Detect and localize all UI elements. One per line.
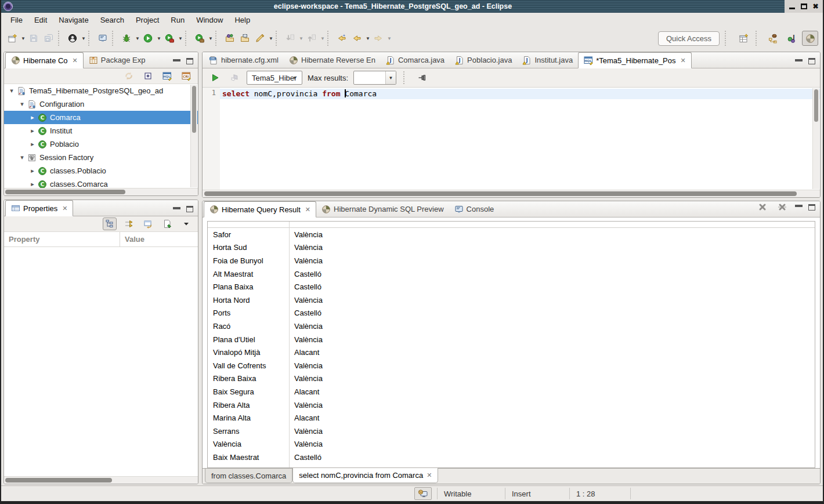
result-row-baix-maestrat[interactable]: Baix MaestratCastelló bbox=[208, 451, 815, 464]
close-tab-icon[interactable]: ✕ bbox=[73, 57, 78, 64]
new-property-button[interactable] bbox=[160, 217, 174, 230]
remove-all-button[interactable] bbox=[775, 201, 789, 213]
view-tab-package-exp[interactable]: Package Exp bbox=[84, 52, 151, 68]
menu-file[interactable]: File bbox=[5, 14, 28, 26]
tree-item-classes-poblacio[interactable]: ▸Cclasses.Poblacio bbox=[4, 164, 198, 177]
result-row-rac[interactable]: RacóValència bbox=[208, 320, 815, 333]
expand-arrow-icon[interactable]: ▸ bbox=[28, 140, 37, 148]
result-row-plana-baixa[interactable]: Plana BaixaCastelló bbox=[208, 280, 815, 293]
tree-item-comarca[interactable]: ▸CComarca bbox=[4, 111, 198, 124]
run-button[interactable] bbox=[140, 31, 156, 46]
quick-access-button[interactable]: Quick Access bbox=[658, 31, 720, 46]
query-subtab-from-classes-comarca[interactable]: from classes.Comarca bbox=[205, 469, 292, 483]
javaee-perspective-button[interactable]: J bbox=[783, 31, 800, 46]
last-edit-location-button[interactable] bbox=[334, 31, 349, 46]
tree-vertical-scrollbar[interactable] bbox=[190, 85, 197, 187]
external-tools-button[interactable] bbox=[192, 31, 207, 46]
view-tab-hibernate-dynamic-sql-preview[interactable]: Hibernate Dynamic SQL Preview bbox=[316, 201, 449, 217]
open-perspective-button[interactable] bbox=[735, 31, 751, 46]
result-row-marina-alta[interactable]: Marina AltaAlacant bbox=[208, 411, 815, 425]
view-menu-button[interactable] bbox=[179, 217, 193, 230]
max-results-combo[interactable]: ▼ bbox=[353, 71, 396, 85]
editor-tab-hibernate-reverse-en[interactable]: Hibernate Reverse En bbox=[284, 52, 381, 68]
hql-code-editor[interactable]: 1 select nomC,provincia from Comarca bbox=[203, 88, 820, 190]
tree-item-poblacio[interactable]: ▸CPoblacio bbox=[4, 137, 198, 151]
chevron-down-icon[interactable]: ▼ bbox=[268, 36, 274, 41]
open-task-button[interactable] bbox=[237, 31, 252, 46]
expand-arrow-icon[interactable]: ▸ bbox=[28, 167, 37, 175]
view-tab-console[interactable]: Console bbox=[449, 201, 500, 217]
result-row-horta-nord[interactable]: Horta NordValència bbox=[208, 293, 815, 307]
menu-window[interactable]: Window bbox=[190, 14, 229, 26]
result-row-alt-maestrat[interactable]: Alt MaestratCastelló bbox=[208, 267, 815, 281]
result-row-ribera-alta[interactable]: Ribera AltaValència bbox=[208, 398, 815, 412]
hibernate-status-button[interactable] bbox=[414, 487, 432, 500]
tree-item-session-factory[interactable]: ▾Session Factory bbox=[4, 151, 198, 164]
expand-arrow-icon[interactable]: ▸ bbox=[28, 180, 37, 188]
chevron-down-icon[interactable]: ▼ bbox=[365, 36, 371, 41]
editor-tab-institut-java[interactable]: JInstitut.java bbox=[517, 52, 578, 68]
chevron-down-icon[interactable]: ▼ bbox=[178, 36, 183, 41]
minimize-window-button[interactable] bbox=[787, 2, 797, 10]
profile-button[interactable] bbox=[162, 31, 177, 46]
chevron-down-icon[interactable]: ▼ bbox=[20, 36, 26, 41]
query-subtab-select-nomc-provincia-from-comarca[interactable]: select nomC,provincia from Comarca✕ bbox=[292, 468, 438, 483]
tree-horizontal-scrollbar[interactable] bbox=[4, 188, 198, 195]
new-wizard-button[interactable] bbox=[5, 31, 20, 46]
chevron-down-icon[interactable]: ▼ bbox=[156, 36, 162, 41]
criteria-editor-button[interactable]: CRI bbox=[179, 70, 193, 82]
collapse-arrow-icon[interactable]: ▾ bbox=[18, 100, 26, 108]
menu-run[interactable]: Run bbox=[165, 14, 190, 26]
maximize-window-button[interactable] bbox=[799, 2, 808, 10]
collapse-arrow-icon[interactable]: ▾ bbox=[8, 87, 16, 95]
chevron-down-icon[interactable]: ▼ bbox=[385, 71, 396, 84]
result-row-ports[interactable]: PortsCastelló bbox=[208, 307, 815, 320]
back-button[interactable] bbox=[349, 31, 364, 46]
editor-horizontal-scrollbar[interactable] bbox=[203, 190, 820, 197]
result-row-plana-d-utiel[interactable]: Plana d'UtielValència bbox=[208, 333, 815, 346]
user-account-button[interactable] bbox=[65, 31, 80, 46]
chevron-down-icon[interactable]: ▼ bbox=[290, 71, 300, 84]
tree-item-institut[interactable]: ▸CInstitut bbox=[4, 124, 198, 137]
maximize-view-button[interactable] bbox=[186, 58, 193, 64]
forward-button[interactable] bbox=[371, 31, 386, 46]
view-tab-hibernate-co[interactable]: Hibernate Co✕ bbox=[5, 52, 84, 68]
result-row-vinalop-mitj[interactable]: Vinalopó MitjàAlacant bbox=[208, 346, 815, 359]
restore-default-button[interactable] bbox=[141, 217, 155, 230]
properties-horizontal-scrollbar[interactable] bbox=[4, 476, 198, 484]
chevron-down-icon[interactable]: ▼ bbox=[81, 36, 86, 41]
maximize-view-button[interactable] bbox=[186, 206, 193, 212]
run-hql-button[interactable] bbox=[208, 71, 222, 84]
mark-occurrences-button[interactable] bbox=[252, 31, 268, 46]
result-row-safor[interactable]: SaforValència bbox=[208, 228, 815, 241]
close-window-button[interactable]: ✖ bbox=[811, 2, 821, 10]
result-row-vall-de-cofrents[interactable]: Vall de CofrentsValència bbox=[208, 359, 815, 372]
chevron-down-icon[interactable]: ▼ bbox=[386, 36, 392, 41]
expand-arrow-icon[interactable]: ▸ bbox=[28, 114, 37, 121]
save-all-button[interactable] bbox=[41, 31, 56, 46]
tree-item-classes-comarca[interactable]: ▸Cclasses.Comarca bbox=[4, 177, 198, 188]
result-row-val-ncia[interactable]: ValènciaValència bbox=[208, 438, 815, 451]
close-tab-icon[interactable]: ✕ bbox=[427, 472, 432, 479]
pin-editor-button[interactable] bbox=[415, 71, 429, 84]
menu-search[interactable]: Search bbox=[95, 14, 130, 26]
editor-tab-poblacio-java[interactable]: JPoblacio.java bbox=[450, 52, 517, 68]
result-row-baix-segura[interactable]: Baix SeguraAlacant bbox=[208, 385, 815, 398]
close-tab-icon[interactable]: ✕ bbox=[681, 57, 686, 64]
hibernate-config-perspective-button[interactable] bbox=[765, 31, 781, 46]
value-column-header[interactable]: Value bbox=[120, 235, 144, 244]
tree-item-tema5-hibernate-postgresql-geo-ad[interactable]: ▾Tema5_Hibernate_PostgreSQL_geo_ad bbox=[4, 84, 198, 97]
tree-mode-button[interactable] bbox=[103, 217, 117, 230]
close-tab-icon[interactable]: ✕ bbox=[62, 205, 67, 212]
close-tab-icon[interactable]: ✕ bbox=[305, 206, 310, 213]
collapse-arrow-icon[interactable]: ▾ bbox=[18, 154, 26, 161]
column-divider[interactable] bbox=[289, 222, 290, 467]
clear-editor-button[interactable] bbox=[227, 71, 241, 84]
menu-navigate[interactable]: Navigate bbox=[53, 14, 94, 26]
sort-button[interactable] bbox=[122, 217, 136, 230]
menu-help[interactable]: Help bbox=[229, 14, 256, 26]
chevron-down-icon[interactable]: ▼ bbox=[298, 36, 304, 41]
editor-tab-tema5-hibernate-pos[interactable]: HQL*Tema5_Hibernate_Pos✕ bbox=[578, 52, 692, 68]
open-type-button[interactable] bbox=[222, 31, 237, 46]
debug-button[interactable] bbox=[119, 31, 134, 46]
